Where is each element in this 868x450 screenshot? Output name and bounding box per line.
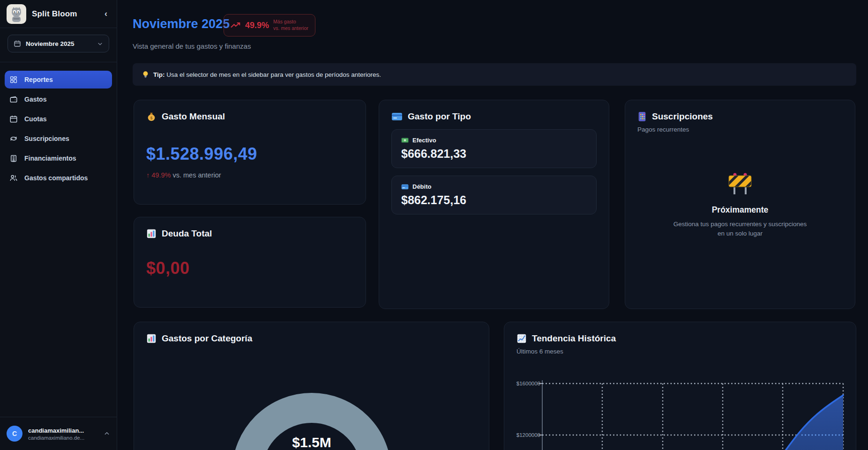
- page-title: Noviembre 2025: [133, 17, 230, 31]
- sidebar-item-label: Financiamientos: [24, 155, 76, 162]
- app-logo: $ $: [7, 4, 26, 24]
- badge-line2: vs. mes anterior: [273, 25, 308, 31]
- tipo-amount: $666.821,33: [401, 147, 587, 161]
- card-gastos-por-categoria: Gastos por Categoría $1.5M: [134, 322, 489, 450]
- sidebar-item-cuotas[interactable]: Cuotas: [5, 110, 112, 128]
- repeat-icon: [9, 134, 18, 143]
- bar-chart-icon: [146, 229, 157, 239]
- card-title: Tendencia Histórica: [532, 333, 616, 344]
- badge-percent: 49.9%: [245, 21, 269, 30]
- month-selector[interactable]: Noviembre 2025: [7, 35, 109, 52]
- monthly-spend-amount: $1.528.996,49: [146, 144, 353, 164]
- sidebar-item-financiamientos[interactable]: Financiamientos: [5, 149, 112, 167]
- card-title: Deuda Total: [162, 229, 212, 239]
- chevron-down-icon: [97, 41, 103, 47]
- credit-card-icon: [401, 184, 409, 190]
- tipo-amount: $862.175,16: [401, 193, 587, 207]
- svg-text:$: $: [150, 116, 153, 120]
- sidebar-item-label: Reportes: [24, 76, 53, 83]
- sidebar-item-label: Cuotas: [24, 115, 46, 123]
- card-subtitle: Últimos 6 meses: [516, 348, 844, 355]
- card-subtitle: Pagos recurrentes: [637, 126, 843, 133]
- badge-line1: Más gasto: [273, 19, 296, 24]
- tipo-row-debito: Débito $862.175,16: [391, 176, 597, 214]
- credit-card-icon: [391, 112, 403, 121]
- sidebar-item-gastos-compartidos[interactable]: Gastos compartidos: [5, 169, 112, 187]
- trend-area-chart[interactable]: $1600000 $1200000: [504, 373, 857, 450]
- tip-label: Tip:: [153, 71, 165, 78]
- sidebar-item-reportes[interactable]: Reportes: [5, 71, 112, 89]
- badge-caption: Más gasto vs. mes anterior: [273, 19, 308, 31]
- lightbulb-icon: [142, 71, 149, 78]
- tipo-label-text: Débito: [412, 183, 431, 190]
- svg-text:$: $: [14, 10, 15, 13]
- wallet-icon: [9, 95, 18, 103]
- chart-increasing-icon: [516, 333, 527, 344]
- card-gasto-por-tipo: Gasto por Tipo Efectivo $666.821,33: [379, 100, 609, 309]
- avatar: C: [7, 426, 22, 442]
- user-meta: candiamaximilian... candiamaximiliano.de…: [28, 427, 104, 441]
- cat-logo-icon: $ $: [8, 6, 25, 22]
- card-suscripciones: Suscripciones Pagos recurrentes Próximam…: [625, 100, 855, 309]
- trending-up-icon: [231, 22, 241, 29]
- tip-text: Tip: Usa el selector de mes en el sideba…: [153, 71, 381, 78]
- page-subtitle: Vista general de tus gastos y finanzas: [133, 42, 251, 50]
- calendar-icon: [9, 115, 18, 123]
- sidebar-header: $ $ Split Bloom ‹: [0, 0, 117, 28]
- tip-banner: Tip: Usa el selector de mes en el sideba…: [133, 63, 856, 86]
- sidebar-item-label: Suscripciones: [24, 135, 69, 142]
- month-section: Noviembre 2025: [0, 28, 117, 62]
- monthly-spend-delta: ↑ 49.9% vs. mes anterior: [146, 171, 353, 179]
- tip-body: Usa el selector de mes en el sidebar par…: [166, 71, 381, 78]
- tipo-label-text: Efectivo: [412, 137, 436, 144]
- delta-suffix: vs. mes anterior: [171, 171, 221, 179]
- sidebar: $ $ Split Bloom ‹ Noviembre 2025: [0, 0, 117, 450]
- money-bag-icon: $: [146, 111, 157, 122]
- y-tick-1200000: $1200000: [516, 432, 540, 438]
- sidebar-item-suscripciones[interactable]: Suscripciones: [5, 130, 112, 148]
- user-menu[interactable]: C candiamaximilian... candiamaximiliano.…: [0, 417, 117, 450]
- card-title: Gasto Mensual: [162, 111, 225, 122]
- bar-chart-icon: [146, 333, 157, 344]
- sidebar-item-label: Gastos: [24, 96, 46, 103]
- banknote-icon: [401, 138, 409, 143]
- debt-total-amount: $0,00: [146, 258, 353, 278]
- smartphone-apps-icon: [637, 111, 647, 122]
- trend-area-fill: [781, 395, 843, 450]
- card-deuda-total: Deuda Total $0,00: [134, 217, 366, 308]
- card-title: Gasto por Tipo: [408, 111, 471, 122]
- card-title: Gastos por Categoría: [162, 333, 252, 344]
- user-email: candiamaximiliano.de...: [28, 435, 104, 441]
- coming-soon-text: Gestiona tus pagos recurrentes y suscrip…: [670, 220, 810, 239]
- card-tendencia-historica: Tendencia Histórica Últimos 6 meses $160…: [504, 322, 856, 450]
- donut-center-label: $1.5M: [232, 435, 391, 450]
- chevron-up-icon: [104, 430, 110, 437]
- sidebar-item-gastos[interactable]: Gastos: [5, 90, 112, 108]
- card-title: Suscripciones: [652, 111, 713, 122]
- sidebar-nav: Reportes Gastos Cuotas: [0, 62, 117, 187]
- sidebar-item-label: Gastos compartidos: [24, 174, 88, 182]
- card-gasto-mensual: $ Gasto Mensual $1.528.996,49 ↑ 49.9% vs…: [134, 100, 366, 205]
- users-icon: [9, 174, 18, 182]
- dashboard-grid-icon: [9, 75, 18, 84]
- app-title: Split Bloom: [32, 9, 102, 19]
- month-selector-value: Noviembre 2025: [26, 40, 97, 47]
- construction-barrier-icon: [727, 171, 753, 196]
- calendar-icon: [14, 40, 21, 47]
- user-name: candiamaximilian...: [28, 427, 104, 434]
- y-tick-1600000: $1600000: [516, 381, 540, 386]
- coming-soon-block: Próximamente Gestiona tus pagos recurren…: [637, 171, 843, 239]
- svg-text:$: $: [17, 10, 19, 13]
- delta-percent: ↑ 49.9%: [146, 171, 171, 179]
- coming-soon-title: Próximamente: [637, 205, 843, 215]
- sidebar-collapse-button[interactable]: ‹: [102, 9, 110, 19]
- tipo-row-efectivo: Efectivo $666.821,33: [391, 129, 597, 168]
- spending-change-badge: 49.9% Más gasto vs. mes anterior: [224, 14, 315, 37]
- bank-icon: [9, 154, 18, 162]
